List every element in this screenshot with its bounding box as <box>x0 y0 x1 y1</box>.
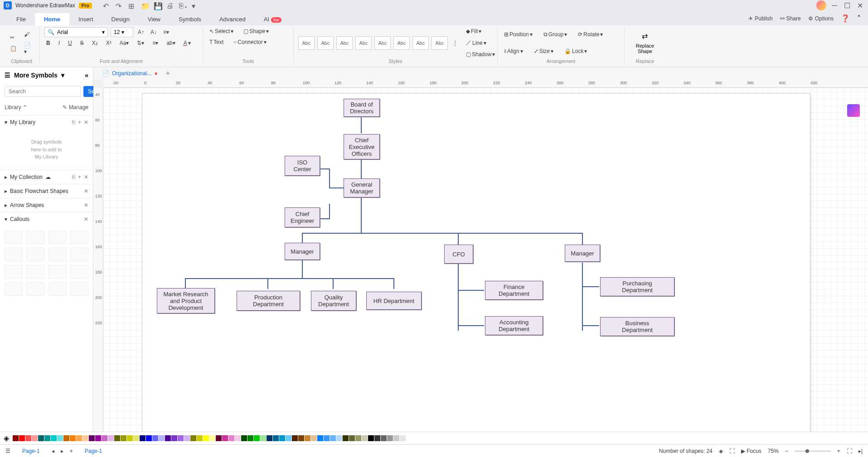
color-swatch[interactable] <box>178 435 184 441</box>
org-ce[interactable]: Chief Engineer <box>285 207 320 227</box>
menu-symbols[interactable]: Symbols <box>170 13 210 25</box>
color-swatch[interactable] <box>82 435 88 441</box>
org-cfo[interactable]: CFO <box>444 245 473 264</box>
bold-icon[interactable]: B <box>44 39 52 47</box>
callout-shape[interactable] <box>48 265 67 279</box>
color-swatch[interactable] <box>387 435 393 441</box>
color-swatch[interactable] <box>317 435 323 441</box>
redo-icon[interactable]: ↷ <box>116 2 123 9</box>
list-icon[interactable]: ≡▾ <box>150 39 160 47</box>
subscript-icon[interactable]: X₂ <box>90 39 100 47</box>
color-swatch[interactable] <box>400 435 406 441</box>
search-input[interactable] <box>5 86 81 97</box>
menu-advanced[interactable]: Advanced <box>210 13 255 25</box>
fit-icon[interactable]: ⛶ <box>729 448 735 454</box>
align-button[interactable]: ⫴ Align▾ <box>502 47 525 55</box>
strike-icon[interactable]: S <box>78 39 86 47</box>
page-next-icon[interactable]: ▸ <box>61 448 63 454</box>
page-nav-icon[interactable]: ☰ <box>5 448 10 454</box>
callout-shape[interactable] <box>5 265 23 279</box>
position-button[interactable]: ⊞ Position▾ <box>502 30 534 38</box>
color-swatch[interactable] <box>267 435 272 441</box>
color-swatch[interactable] <box>260 435 266 441</box>
color-swatch[interactable] <box>247 435 253 441</box>
undo-icon[interactable]: ↶ <box>103 2 110 9</box>
org-gm[interactable]: General Manager <box>344 178 380 197</box>
color-swatch[interactable] <box>127 435 133 441</box>
color-swatch[interactable] <box>51 435 57 441</box>
color-swatch[interactable] <box>121 435 126 441</box>
replace-shape-button[interactable]: Replace Shape <box>636 43 654 54</box>
color-swatch[interactable] <box>311 435 317 441</box>
color-swatch[interactable] <box>305 435 310 441</box>
color-swatch[interactable] <box>63 435 69 441</box>
menu-insert[interactable]: Insert <box>69 13 102 25</box>
style-preset-8[interactable]: Abc <box>432 36 448 50</box>
color-swatch[interactable] <box>165 435 171 441</box>
close-lib-icon[interactable]: ✕ <box>84 119 88 125</box>
grow-font-icon[interactable]: A↑ <box>136 28 146 36</box>
org-iso[interactable]: ISO Center <box>285 156 320 176</box>
page-add-icon[interactable]: + <box>70 448 73 454</box>
highlight-icon[interactable]: ab▾ <box>165 39 177 47</box>
org-fin[interactable]: Finance Department <box>485 281 543 300</box>
color-swatch[interactable] <box>292 435 298 441</box>
color-swatch[interactable] <box>298 435 304 441</box>
more-icon[interactable]: ▾ <box>192 2 199 9</box>
callout-shape[interactable] <box>5 248 23 261</box>
org-mkt[interactable]: Market Research and Product Development <box>157 288 215 313</box>
callouts-section[interactable]: ▾ Callouts✕ <box>0 212 93 226</box>
color-swatch[interactable] <box>171 435 177 441</box>
flowchart-section[interactable]: ▸ Basic Flowchart Shapes✕ <box>0 184 93 198</box>
org-mgr1[interactable]: Manager <box>285 243 320 260</box>
lock-button[interactable]: 🔒 Lock▾ <box>563 47 589 55</box>
color-swatch[interactable] <box>393 435 399 441</box>
fullscreen-icon[interactable]: ⛶ <box>847 448 852 454</box>
font-color-icon[interactable]: A▾ <box>182 39 193 47</box>
superscript-icon[interactable]: X² <box>104 39 113 47</box>
close-icon[interactable]: ✕ <box>855 2 864 9</box>
color-swatch[interactable] <box>76 435 82 441</box>
org-bus[interactable]: Business Department <box>600 317 674 336</box>
ai-assistant-icon[interactable] <box>847 104 860 117</box>
color-swatch[interactable] <box>216 435 222 441</box>
color-swatch[interactable] <box>102 435 107 441</box>
size-button[interactable]: ⤢ Size▾ <box>532 47 555 55</box>
color-swatch[interactable] <box>19 435 25 441</box>
color-swatch[interactable] <box>241 435 247 441</box>
org-qual[interactable]: Quality Department <box>311 291 356 311</box>
color-swatch[interactable] <box>146 435 152 441</box>
color-swatch[interactable] <box>381 435 387 441</box>
callout-shape[interactable] <box>70 231 88 244</box>
org-pur[interactable]: Purchasing Department <box>600 277 674 296</box>
color-swatch[interactable] <box>70 435 76 441</box>
options-button[interactable]: ⚙Options <box>808 15 834 22</box>
callout-shape[interactable] <box>48 248 67 261</box>
publish-button[interactable]: ✈Publish <box>748 15 772 22</box>
color-swatch[interactable] <box>152 435 158 441</box>
cut-icon[interactable]: ✂ <box>8 34 19 42</box>
panel-toggle-icon[interactable]: ▸| <box>858 448 863 454</box>
copy-icon[interactable]: 📋 <box>8 44 19 53</box>
color-swatch[interactable] <box>184 435 190 441</box>
help-icon[interactable]: ❓ <box>841 14 850 23</box>
save-icon[interactable]: 💾 <box>154 2 161 9</box>
page-prev-icon[interactable]: ◂ <box>52 448 54 454</box>
color-swatch[interactable] <box>286 435 291 441</box>
open-icon[interactable]: 📁 <box>141 2 148 9</box>
color-swatch[interactable] <box>254 435 260 441</box>
shape-tool[interactable]: ▢ Shape▾ <box>242 27 271 35</box>
line-spacing-icon[interactable]: ⇅▾ <box>135 39 146 47</box>
group-button[interactable]: ⧉ Group▾ <box>542 30 569 38</box>
print-icon[interactable]: 🖨 <box>166 2 174 9</box>
callout-shape[interactable] <box>48 282 67 296</box>
color-swatch[interactable] <box>355 435 361 441</box>
org-ceo[interactable]: Chief Executive Officers <box>344 134 380 159</box>
color-swatch[interactable] <box>44 435 50 441</box>
color-swatch[interactable] <box>57 435 63 441</box>
menu-file[interactable]: File <box>7 13 35 25</box>
rotate-button[interactable]: ⟳ Rotate▾ <box>576 30 605 38</box>
color-swatch[interactable] <box>228 435 234 441</box>
menu-home[interactable]: Home <box>35 13 69 25</box>
callout-shape[interactable] <box>5 282 23 296</box>
